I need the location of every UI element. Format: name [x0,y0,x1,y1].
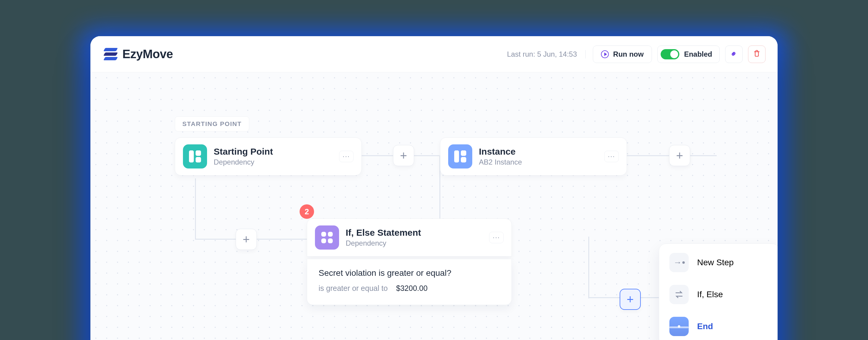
condition-question: Secret violation is greater or equal? [318,268,500,278]
plus-icon: + [400,150,407,161]
last-run-label: Last run: 5 Jun, 14:53 [507,50,586,59]
node-subtitle: Dependency [214,158,333,166]
run-now-button[interactable]: Run now [593,45,652,63]
connector [195,179,196,239]
node-title: If, Else Statement [346,227,483,238]
play-icon [601,50,609,58]
trash-icon [753,50,761,59]
if-else-icon [315,225,339,250]
node-badge: 2 [300,204,314,219]
add-step-button[interactable]: + [236,229,257,250]
enabled-label: Enabled [684,50,712,59]
node-text: If, Else Statement Dependency [346,227,483,247]
node-title: Starting Point [214,147,333,157]
toggle-switch-icon [661,49,679,59]
plus-icon: + [627,293,633,305]
plus-icon: + [676,150,683,161]
connector [588,237,589,299]
popover-label: New Step [697,258,734,267]
popover-label: End [697,321,713,331]
popover-item-if-else[interactable]: If, Else [670,285,769,304]
popover-label: If, Else [697,290,723,299]
condition-answer: is greater or equal to $3200.00 [318,284,500,293]
condition-operator: is greater or equal to [318,284,388,293]
node-if-else[interactable]: If, Else Statement Dependency ··· [307,219,512,256]
brand-icon [104,48,117,61]
delete-button[interactable] [748,45,766,63]
toolbar: EzyMove Last run: 5 Jun, 14:53 Run now E… [90,36,778,72]
brand-name: EzyMove [122,47,173,61]
run-now-label: Run now [613,50,644,59]
add-step-button[interactable]: + [393,145,414,166]
app-window: EzyMove Last run: 5 Jun, 14:53 Run now E… [90,36,778,340]
popover-item-end[interactable]: End [670,317,769,336]
end-icon [670,317,689,336]
step-picker-popover: → New Step If, Else End [659,244,778,340]
node-text: Instance AB2 Instance [479,147,598,166]
new-step-icon: → [670,253,689,272]
starting-point-icon [183,144,207,168]
add-step-button-active[interactable]: + [620,289,641,310]
node-starting-point[interactable]: Starting Point Dependency ··· [175,137,362,176]
node-options-button[interactable]: ··· [339,151,353,162]
link-icon: ⚭ [728,49,739,60]
instance-icon [448,144,472,168]
node-options-button[interactable]: ··· [489,232,504,243]
node-title: Instance [479,147,598,157]
popover-item-new-step[interactable]: → New Step [670,253,769,272]
add-step-button[interactable]: + [669,145,690,166]
node-instance[interactable]: Instance AB2 Instance ··· [440,137,627,176]
starting-point-badge: STARTING POINT [175,116,249,131]
node-options-button[interactable]: ··· [604,151,619,162]
node-subtitle: AB2 Instance [479,158,598,166]
if-else-icon [670,285,689,304]
node-subtitle: Dependency [346,239,483,247]
brand: EzyMove [104,47,173,61]
condition-card[interactable]: Secret violation is greater or equal? is… [307,259,512,305]
share-link-button[interactable]: ⚭ [725,45,743,63]
enabled-toggle[interactable]: Enabled [657,45,720,63]
plus-icon: + [243,233,250,245]
node-text: Starting Point Dependency [214,147,333,166]
condition-amount: $3200.00 [396,284,427,293]
